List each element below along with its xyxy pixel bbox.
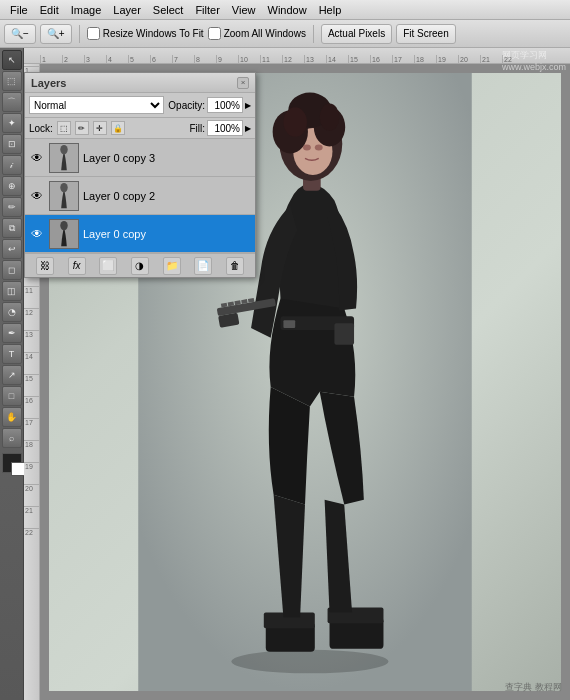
layers-new-button[interactable]: 📄 <box>194 257 212 275</box>
lock-all-button[interactable]: 🔒 <box>111 121 125 135</box>
layer-visibility-copy2[interactable]: 👁 <box>29 188 45 204</box>
eyedropper-tool[interactable]: 𝒾 <box>2 155 22 175</box>
eraser-tool[interactable]: ◻ <box>2 260 22 280</box>
menu-view[interactable]: View <box>226 0 262 19</box>
selection-tool[interactable]: ⬚ <box>2 71 22 91</box>
zoom-all-checkbox[interactable] <box>208 27 221 40</box>
menu-layer[interactable]: Layer <box>107 0 147 19</box>
ruler-tick: 5 <box>128 55 150 63</box>
menu-select[interactable]: Select <box>147 0 190 19</box>
ruler-tick: 21 <box>480 55 502 63</box>
fill-label: Fill: <box>189 123 205 134</box>
ruler-tick: 17 <box>392 55 414 63</box>
resize-windows-option[interactable]: Resize Windows To Fit <box>87 27 204 40</box>
svg-point-23 <box>320 103 340 130</box>
text-tool[interactable]: T <box>2 344 22 364</box>
svg-rect-8 <box>334 323 354 345</box>
crop-tool[interactable]: ⊡ <box>2 134 22 154</box>
lock-paint-button[interactable]: ✏ <box>75 121 89 135</box>
layers-footer: ⛓ fx ⬜ ◑ 📁 📄 🗑 <box>25 253 255 277</box>
dodge-tool[interactable]: ◔ <box>2 302 22 322</box>
zoom-out-button[interactable]: 🔍− <box>4 24 36 44</box>
ruler-tick: 2 <box>62 55 84 63</box>
layers-adjustment-button[interactable]: ◑ <box>131 257 149 275</box>
fill-arrow[interactable]: ▶ <box>245 124 251 133</box>
zoom-all-option[interactable]: Zoom All Windows <box>208 27 306 40</box>
opacity-row: Opacity: ▶ <box>168 97 251 113</box>
lock-label: Lock: <box>29 123 53 134</box>
clone-tool[interactable]: ⧉ <box>2 218 22 238</box>
svg-point-29 <box>60 182 67 191</box>
lasso-tool[interactable]: ⌒ <box>2 92 22 112</box>
fill-input[interactable] <box>207 120 243 136</box>
foreground-color-swatch[interactable] <box>2 453 22 473</box>
zoom-all-label: Zoom All Windows <box>224 28 306 39</box>
layers-panel: Layers × Normal Opacity: ▶ Lock: ⬚ ✏ ✛ <box>24 72 256 278</box>
thumb-figure-copy <box>50 220 78 248</box>
layer-item-copy3[interactable]: 👁 Layer 0 copy 3 <box>25 139 255 177</box>
layer-visibility-copy[interactable]: 👁 <box>29 226 45 242</box>
ruler-tick: 18 <box>414 55 436 63</box>
layer-visibility-copy3[interactable]: 👁 <box>29 150 45 166</box>
blend-mode-select[interactable]: Normal <box>29 96 164 114</box>
layers-link-button[interactable]: ⛓ <box>36 257 54 275</box>
move-tool[interactable]: ↖ <box>2 50 22 70</box>
ruler-tick: 19 <box>436 55 458 63</box>
opacity-input[interactable] <box>207 97 243 113</box>
lock-transparent-button[interactable]: ⬚ <box>57 121 71 135</box>
layer-item-copy2[interactable]: 👁 Layer 0 copy 2 <box>25 177 255 215</box>
zoom-tool[interactable]: ⌕ <box>2 428 22 448</box>
layer-name-copy2: Layer 0 copy 2 <box>83 190 251 202</box>
menu-filter[interactable]: Filter <box>189 0 225 19</box>
menu-edit[interactable]: Edit <box>34 0 65 19</box>
ruler-ticks: 1 2 3 4 5 6 7 8 9 10 11 12 13 14 15 16 1… <box>40 48 524 63</box>
thumb-figure-copy3 <box>50 144 78 172</box>
layer-thumbnail-copy2 <box>49 181 79 211</box>
layers-panel-titlebar: Layers × <box>25 73 255 93</box>
ruler-tick: 10 <box>238 55 260 63</box>
ruler-tick: 7 <box>172 55 194 63</box>
ruler-tick: 15 <box>348 55 370 63</box>
actual-pixels-button[interactable]: Actual Pixels <box>321 24 392 44</box>
hand-tool[interactable]: ✋ <box>2 407 22 427</box>
layers-panel-close-button[interactable]: × <box>237 77 249 89</box>
lock-move-button[interactable]: ✛ <box>93 121 107 135</box>
svg-point-25 <box>315 145 323 151</box>
wand-tool[interactable]: ✦ <box>2 113 22 133</box>
svg-point-22 <box>283 107 307 136</box>
layers-group-button[interactable]: 📁 <box>163 257 181 275</box>
resize-windows-label: Resize Windows To Fit <box>103 28 204 39</box>
bottom-site-label: 查字典 教程网 <box>505 681 562 694</box>
shape-tool[interactable]: □ <box>2 386 22 406</box>
path-select-tool[interactable]: ↗ <box>2 365 22 385</box>
gradient-tool[interactable]: ◫ <box>2 281 22 301</box>
fit-screen-button[interactable]: Fit Screen <box>396 24 456 44</box>
heal-tool[interactable]: ⊕ <box>2 176 22 196</box>
layers-delete-button[interactable]: 🗑 <box>226 257 244 275</box>
brush-tool[interactable]: ✏ <box>2 197 22 217</box>
layers-mask-button[interactable]: ⬜ <box>99 257 117 275</box>
ruler-tick: 1 <box>40 55 62 63</box>
ruler-tick: 16 <box>370 55 392 63</box>
opacity-arrow[interactable]: ▶ <box>245 101 251 110</box>
options-toolbar: 🔍− 🔍+ Resize Windows To Fit Zoom All Win… <box>0 20 570 48</box>
menu-help[interactable]: Help <box>313 0 348 19</box>
svg-point-31 <box>60 220 67 229</box>
zoom-in-button[interactable]: 🔍+ <box>40 24 72 44</box>
pen-tool[interactable]: ✒ <box>2 323 22 343</box>
svg-point-1 <box>231 650 388 674</box>
layer-thumbnail-copy <box>49 219 79 249</box>
resize-windows-checkbox[interactable] <box>87 27 100 40</box>
menu-image[interactable]: Image <box>65 0 108 19</box>
layers-fx-button[interactable]: fx <box>68 257 86 275</box>
horizontal-ruler: 1 2 3 4 5 6 7 8 9 10 11 12 13 14 15 16 1… <box>24 48 570 64</box>
watermark-line1: 网页学习网 <box>502 50 566 62</box>
history-brush-tool[interactable]: ↩ <box>2 239 22 259</box>
menu-window[interactable]: Window <box>262 0 313 19</box>
layer-item-copy[interactable]: 👁 Layer 0 copy <box>25 215 255 253</box>
canvas-area: 网页学习网 www.webjx.com 1 2 3 4 5 6 7 8 9 10… <box>24 48 570 700</box>
svg-point-24 <box>303 145 311 151</box>
ruler-tick: 8 <box>194 55 216 63</box>
menu-file[interactable]: File <box>4 0 34 19</box>
opacity-label: Opacity: <box>168 100 205 111</box>
